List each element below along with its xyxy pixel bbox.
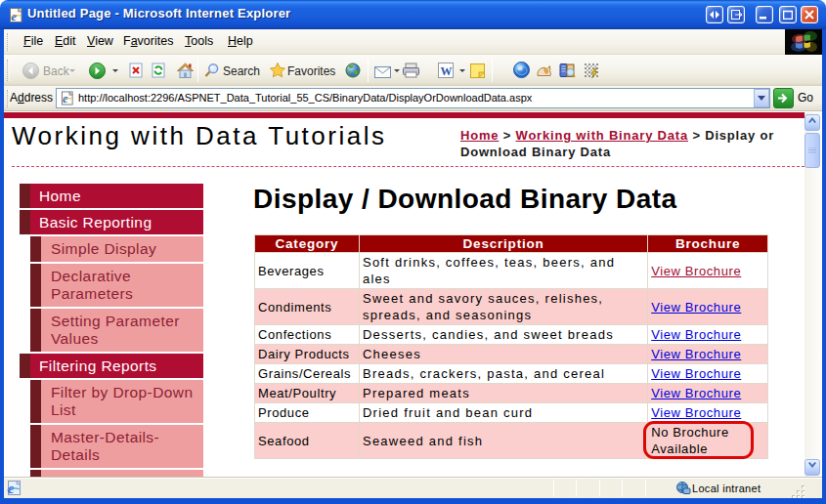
svg-text:W: W <box>441 64 453 78</box>
